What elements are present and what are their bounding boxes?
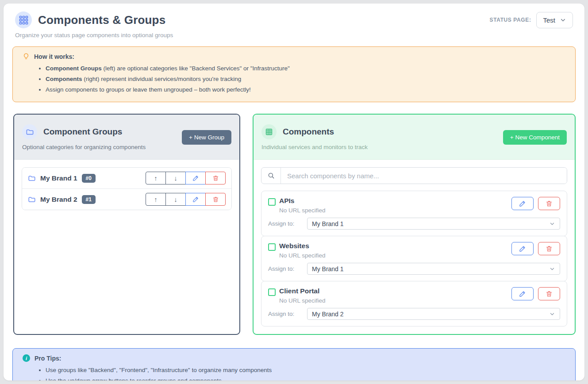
component-name: Websites [279,242,326,250]
delete-component-button[interactable] [538,197,560,210]
component-url-note: No URL specified [279,252,326,259]
component-card: APIs No URL specified Assign to: M [261,191,567,236]
groups-panel-title: Component Groups [43,127,122,137]
move-group-down-button[interactable]: ↓ [165,172,186,184]
delete-component-button[interactable] [538,287,560,300]
apps-grid-icon [15,12,32,28]
move-group-down-button[interactable]: ↓ [165,193,186,206]
status-page-select[interactable]: Test [536,12,573,28]
components-panel-header: Components Individual services and monit… [254,115,575,160]
groups-panel-header: Component Groups Optional categories for… [14,115,239,160]
how-it-works-list: Component Groups (left) are optional cat… [46,63,565,95]
move-group-up-button[interactable]: ↑ [146,172,166,184]
edit-component-button[interactable] [511,242,534,255]
group-list: My Brand 1 #0 ↑ ↓ My [22,167,232,210]
assign-group-select[interactable]: My Brand 1 [307,263,560,275]
delete-component-button[interactable] [538,242,560,255]
component-card: Websites No URL specified Assign to: [261,236,567,281]
table-grid-icon [261,124,277,139]
assign-to-label: Assign to: [268,265,307,272]
group-actions: ↑ ↓ [146,193,226,206]
component-groups-panel: Component Groups Optional categories for… [13,114,240,335]
lightbulb-icon [23,53,30,60]
component-list: APIs No URL specified Assign to: M [261,191,567,326]
component-status-icon [268,198,276,206]
edit-component-button[interactable] [511,197,534,210]
chevron-down-icon [549,266,555,272]
group-actions: ↑ ↓ [146,172,226,184]
component-search [261,167,567,184]
edit-component-button[interactable] [511,287,534,300]
component-card: Client Portal No URL specified Assign to… [261,281,567,326]
chevron-down-icon [560,17,566,23]
groups-panel-subtitle: Optional categories for organizing compo… [22,144,146,150]
panels-row: Component Groups Optional categories for… [13,114,576,335]
delete-group-button[interactable] [205,172,226,184]
components-panel: Components Individual services and monit… [253,114,576,335]
how-it-works-callout: How it works: Component Groups (left) ar… [12,46,576,102]
callout-bullet: Assign components to groups or leave the… [46,84,565,95]
component-name: Client Portal [279,287,326,295]
page-subtitle: Organize your status page components int… [15,32,573,38]
search-icon [261,168,281,184]
folder-icon [28,196,36,204]
assign-to-label: Assign to: [268,311,307,317]
pro-tips-title: Pro Tips: [35,355,61,362]
edit-group-button[interactable] [185,172,206,184]
group-row: My Brand 2 #1 ↑ ↓ [22,188,231,210]
assign-group-select[interactable]: My Brand 1 [307,218,560,230]
folder-icon [22,124,37,139]
assign-group-select[interactable]: My Brand 2 [307,308,560,320]
pro-tips-callout: i Pro Tips: Use groups like "Backend", "… [12,348,576,380]
chevron-down-icon [549,221,555,227]
edit-group-button[interactable] [185,193,206,206]
components-panel-subtitle: Individual services and monitors to trac… [261,144,368,150]
assigned-group-value: My Brand 1 [312,220,344,227]
folder-icon [28,174,36,182]
search-components-input[interactable] [281,168,567,184]
status-page-label: STATUS PAGE: [490,17,531,23]
callout-bullet: Component Groups (left) are optional cat… [46,63,565,74]
pro-tips-list: Use groups like "Backend", "Frontend", "… [46,365,565,380]
callout-bullet: Use the up/down arrow buttons to reorder… [46,376,565,380]
main-card: Components & Groups STATUS PAGE: Test Or… [4,4,584,380]
group-order-badge: #0 [82,174,96,183]
component-url-note: No URL specified [279,207,326,214]
group-name: My Brand 1 [40,174,77,182]
status-page-value: Test [543,16,555,24]
move-group-up-button[interactable]: ↑ [146,193,166,206]
page-header: Components & Groups STATUS PAGE: Test Or… [4,4,584,38]
component-url-note: No URL specified [279,297,326,304]
components-panel-title: Components [283,127,334,137]
component-status-icon [268,288,276,296]
callout-bullet: Components (right) represent individual … [46,74,565,84]
how-it-works-title: How it works: [34,53,74,60]
assigned-group-value: My Brand 1 [312,265,344,273]
callout-bullet: Use groups like "Backend", "Frontend", "… [46,365,565,376]
group-name: My Brand 2 [40,196,77,204]
group-order-badge: #1 [82,195,96,204]
component-name: APIs [279,197,326,205]
component-status-icon [268,243,276,251]
page-title: Components & Groups [38,13,165,27]
new-component-button[interactable]: + New Component [503,130,567,145]
group-row: My Brand 1 #0 ↑ ↓ [22,168,231,188]
assigned-group-value: My Brand 2 [312,311,344,318]
info-icon: i [23,354,30,362]
delete-group-button[interactable] [205,193,226,206]
assign-to-label: Assign to: [268,220,307,227]
chevron-down-icon [549,311,555,317]
new-group-button[interactable]: + New Group [182,130,231,145]
